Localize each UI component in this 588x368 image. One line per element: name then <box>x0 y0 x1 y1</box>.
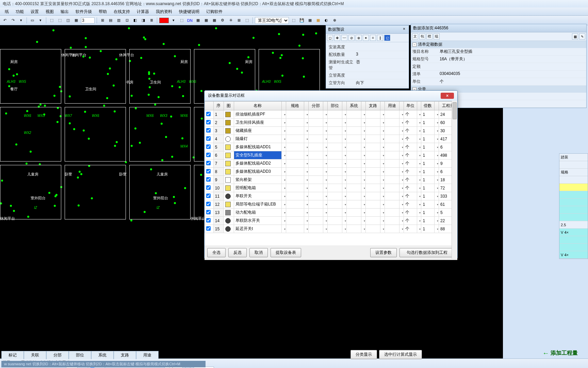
branch-cell[interactable] <box>366 119 380 127</box>
mult-cell[interactable]: 1 <box>421 217 435 225</box>
dropdown-icon[interactable]: ▾ <box>437 178 438 181</box>
mini-text-btn[interactable]: 模 <box>426 33 432 40</box>
sys-cell[interactable] <box>347 217 361 225</box>
tool-icon[interactable]: ▭ <box>29 17 36 24</box>
branch-cell[interactable] <box>366 135 380 143</box>
spec-cell[interactable] <box>286 192 304 200</box>
table-row[interactable]: 7 多媒体配线箱ADD2 ▾ ▾ ▾ ▾ ▾ ▾ ▾ 个▾ 1▾ 9 <box>205 159 457 168</box>
dropdown-icon[interactable]: ▾ <box>402 186 403 189</box>
tool-icon[interactable]: ⊞ <box>235 17 242 24</box>
dropdown-icon[interactable]: ▾ <box>419 129 421 132</box>
tab[interactable]: 支路 <box>114 351 136 359</box>
device-marker[interactable] <box>70 47 72 49</box>
tab[interactable]: 关联 <box>24 351 46 359</box>
use-cell[interactable] <box>385 159 399 168</box>
table-row[interactable]: 5 多媒体配线箱ADD1 ▾ ▾ ▾ ▾ ▾ ▾ ▾ 个▾ 1▾ 6 <box>205 143 457 151</box>
mini-tool-icon[interactable]: = <box>370 35 376 41</box>
menu-item[interactable]: 在线支持 <box>110 7 133 15</box>
spec-cell[interactable] <box>286 119 304 127</box>
dropdown-icon[interactable]: ▾ <box>437 211 438 214</box>
dropdown-icon[interactable]: ▾ <box>364 137 365 140</box>
col-header[interactable]: 序 <box>213 102 224 110</box>
tool-icon[interactable]: ▦ <box>203 17 210 24</box>
tool-icon[interactable]: ▤ <box>107 17 114 24</box>
dropdown-icon[interactable]: ▾ <box>419 203 421 206</box>
dropdown-icon[interactable]: ▾ <box>419 162 421 165</box>
dropdown-icon[interactable]: ▾ <box>284 129 285 132</box>
sys-cell[interactable] <box>347 209 361 217</box>
dropdown-icon[interactable]: ▾ <box>345 170 346 173</box>
sys-cell[interactable] <box>347 110 361 119</box>
name-cell[interactable]: 多媒体配线箱ADD3 <box>234 168 282 176</box>
device-marker[interactable] <box>143 36 145 39</box>
div-cell[interactable] <box>309 151 323 159</box>
dropdown-icon[interactable]: ▾ <box>307 211 308 214</box>
device-marker[interactable] <box>154 104 156 106</box>
dropdown-icon[interactable]: ▾ <box>437 227 438 230</box>
device-marker[interactable] <box>85 46 87 48</box>
invert-button[interactable]: 反选 <box>228 248 247 257</box>
part-cell[interactable] <box>328 110 342 119</box>
unit-cell[interactable]: 个 <box>404 184 417 192</box>
branch-cell[interactable] <box>366 209 380 217</box>
dropdown-icon[interactable]: ▾ <box>402 211 403 214</box>
col-header[interactable]: 图 <box>224 102 234 110</box>
menu-item[interactable]: 软件升级 <box>72 7 95 15</box>
col-header[interactable]: 部位 <box>328 102 342 110</box>
col-header[interactable]: 系统 <box>347 102 361 110</box>
dropdown-icon[interactable]: ▾ <box>364 186 365 189</box>
name-cell[interactable]: 局部等电位端子箱LEB <box>234 200 282 209</box>
mini-tool-icon[interactable]: ✎ <box>579 33 585 40</box>
dropdown-icon[interactable]: ▾ <box>402 170 403 173</box>
part-cell[interactable] <box>328 200 342 209</box>
dropdown-icon[interactable]: ▾ <box>326 195 327 198</box>
use-cell[interactable] <box>385 225 399 233</box>
dropdown-icon[interactable]: ▾ <box>326 154 327 157</box>
mini-tool-icon[interactable]: ◱ <box>384 35 390 41</box>
dropdown-icon[interactable]: ▾ <box>326 227 327 230</box>
dropdown-icon[interactable]: ▾ <box>383 211 384 214</box>
part-cell[interactable] <box>328 127 342 135</box>
down-icon[interactable]: ▾ <box>18 17 24 24</box>
unit-cell[interactable]: 个 <box>404 192 417 200</box>
mult-cell[interactable]: 1 <box>421 176 435 184</box>
div-cell[interactable] <box>309 200 323 209</box>
branch-cell[interactable] <box>366 110 380 119</box>
mult-cell[interactable]: 1 <box>421 225 435 233</box>
mini-text-btn[interactable]: 包 <box>419 33 425 40</box>
cancel-button[interactable]: 取消 <box>249 248 268 257</box>
strip-cell[interactable] <box>559 236 588 244</box>
mult-cell[interactable]: 1 <box>421 168 435 176</box>
div-cell[interactable] <box>309 143 323 151</box>
dropdown-icon[interactable]: ▾ <box>284 195 285 198</box>
menu-item[interactable]: 输出 <box>57 7 72 15</box>
mini-tool-icon[interactable]: ⊘ <box>348 35 355 41</box>
dropdown-icon[interactable]: ▾ <box>345 154 346 157</box>
div-cell[interactable] <box>309 159 323 168</box>
mini-text-btn[interactable]: 文 <box>412 33 418 40</box>
tool-icon[interactable]: ▥ <box>115 17 122 24</box>
branch-cell[interactable] <box>366 151 380 159</box>
col-header[interactable]: 倍数 <box>421 102 435 110</box>
dropdown-icon[interactable]: ▾ <box>419 154 421 157</box>
close-button[interactable]: × <box>441 93 454 99</box>
row-check[interactable] <box>206 202 211 206</box>
dropdown-icon[interactable]: ▾ <box>437 113 438 116</box>
strip-cell[interactable] <box>559 199 588 206</box>
row-check[interactable] <box>206 161 211 165</box>
device-marker[interactable] <box>163 43 165 45</box>
spec-cell[interactable] <box>286 225 304 233</box>
tool-icon[interactable]: ⚙ <box>219 17 226 24</box>
unit-cell[interactable]: 个 <box>404 119 417 127</box>
dropdown-icon[interactable]: ▾ <box>383 195 384 198</box>
dropdown-icon[interactable]: ▾ <box>307 219 308 222</box>
table-row[interactable]: 3 储藏插座 ▾ ▾ ▾ ▾ ▾ ▾ ▾ 个▾ 1▾ 30 <box>205 127 457 135</box>
use-cell[interactable] <box>385 192 399 200</box>
dropdown-icon[interactable]: ▾ <box>345 145 346 149</box>
sys-cell[interactable] <box>347 143 361 151</box>
dropdown-icon[interactable]: ▾ <box>345 211 346 214</box>
device-marker[interactable] <box>298 45 300 47</box>
dropdown-icon[interactable]: ▾ <box>326 211 327 214</box>
dropdown-icon[interactable]: ▾ <box>326 186 327 189</box>
dropdown-icon[interactable]: ▾ <box>326 170 327 173</box>
